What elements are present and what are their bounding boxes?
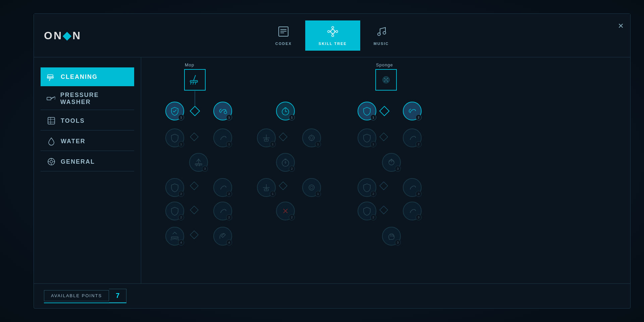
special-r6c1-badge: 4	[178, 239, 184, 246]
shield-sponge-r5-badge: 2	[370, 214, 376, 220]
svg-rect-95	[171, 237, 178, 238]
tab-skill-tree-label: SKILL TREE	[319, 42, 347, 46]
shield-node-r2c1[interactable]: 1	[165, 128, 184, 147]
spray-sponge-r1-badge: 2	[416, 114, 422, 120]
x-r5-badge: 2	[289, 214, 295, 220]
svg-line-57	[191, 82, 191, 85]
svg-line-19	[51, 97, 54, 99]
brush-node-r4[interactable]: 1	[257, 178, 276, 197]
sidebar-item-cleaning[interactable]: CLEANING	[41, 67, 134, 86]
sidebar: CLEANING PRESSURE WASHER	[34, 57, 141, 283]
svg-point-8	[332, 35, 334, 37]
shield-node-r1c1[interactable]: 1	[165, 102, 184, 120]
timer-r1-badge: 1	[289, 114, 295, 120]
skill-tree-area: Mop Sponge	[141, 57, 630, 283]
shield-node-sponge-r1[interactable]: 1	[358, 102, 376, 120]
connector-sponge-r2	[379, 132, 388, 141]
upgrade-node-r3-mid[interactable]: 2	[276, 153, 295, 172]
spray-node-r1c1[interactable]: 1	[213, 102, 232, 120]
spray-sponge-r4[interactable]: 3	[403, 178, 422, 197]
spray-node-r2c1[interactable]: 1	[213, 128, 232, 147]
svg-point-75	[310, 137, 313, 139]
svg-rect-55	[190, 80, 198, 82]
water-icon	[46, 136, 57, 147]
connector-r2-mid	[279, 132, 287, 141]
spray-node-r5c1[interactable]: 2	[213, 202, 232, 220]
points-container: AVAILABLE POINTS 7	[44, 289, 126, 303]
tab-codex-label: CODEX	[275, 42, 292, 46]
shield-sponge-r1-badge: 1	[370, 114, 376, 120]
svg-rect-80	[195, 164, 202, 165]
shield-node-r5c1[interactable]: 2	[165, 202, 184, 220]
logo-dot: ◆	[63, 30, 72, 42]
tab-codex[interactable]: CODEX	[262, 20, 305, 51]
shield-sponge-r2-badge: 1	[370, 141, 376, 147]
sidebar-item-tools[interactable]: TOOLS	[41, 111, 134, 130]
upgrade-node-r3-sponge[interactable]: 3	[382, 153, 401, 172]
svg-rect-17	[48, 75, 53, 77]
shield-sponge-r4[interactable]: 2	[358, 178, 376, 197]
sidebar-item-general[interactable]: GENERAL	[41, 152, 134, 171]
spray-r5c1-badge: 2	[226, 214, 232, 220]
spiky-node-r2[interactable]: 1	[302, 128, 321, 147]
main-content: CLEANING PRESSURE WASHER	[34, 57, 630, 283]
shield-sponge-r2[interactable]: 1	[358, 128, 376, 147]
svg-point-63	[384, 80, 385, 82]
svg-point-65	[385, 79, 387, 80]
brush-node-r2[interactable]: 1	[257, 128, 276, 147]
mop-label: Mop	[185, 62, 194, 67]
sidebar-item-water[interactable]: WATER	[41, 132, 134, 151]
spiky-node-r4[interactable]: 1	[302, 178, 321, 197]
upgrade-node-r3-mop[interactable]: 3	[189, 153, 208, 172]
tab-music[interactable]: MUSIC	[360, 20, 402, 51]
svg-line-16	[49, 78, 50, 81]
svg-rect-23	[48, 117, 55, 124]
upgrade-r3-mid-badge: 2	[289, 166, 295, 172]
svg-point-91	[309, 185, 314, 190]
upgrade-r3-mop-badge: 3	[202, 166, 208, 172]
special-node-r6c1[interactable]: 4	[165, 227, 184, 246]
shield-node-r4c1[interactable]: 2	[165, 178, 184, 197]
spray-node-r6c1[interactable]: 4	[213, 227, 232, 246]
connector-r4c1	[190, 181, 198, 190]
shield-r5c1-badge: 2	[178, 214, 184, 220]
water-label: WATER	[61, 138, 86, 145]
spray-sponge-r4-badge: 3	[416, 191, 422, 197]
spray-sponge-r5[interactable]: 3	[403, 202, 422, 220]
timer-node-r1[interactable]: 1	[276, 102, 295, 120]
svg-point-4	[331, 30, 335, 34]
svg-point-6	[336, 31, 338, 33]
shield-r2c1-badge: 1	[178, 141, 184, 147]
hand-node-sponge-r6[interactable]: 3	[382, 227, 401, 246]
general-label: GENERAL	[61, 158, 95, 165]
cleaning-icon	[46, 71, 57, 82]
hand-sponge-r6-badge: 3	[395, 239, 401, 246]
tools-label: TOOLS	[61, 117, 85, 124]
main-dialog: ON◆N CODEX	[34, 13, 631, 309]
spray-node-r4c1[interactable]: 2	[213, 178, 232, 197]
sponge-tool-frame[interactable]	[375, 69, 397, 91]
spray-r4c1-badge: 2	[226, 191, 232, 197]
sidebar-item-pressure-washer[interactable]: PRESSURE WASHER	[41, 88, 134, 110]
svg-point-5	[332, 26, 334, 29]
shield-sponge-r5[interactable]: 2	[358, 202, 376, 220]
spray-sponge-r2[interactable]: 2	[403, 128, 422, 147]
mop-tool-frame[interactable]	[184, 69, 206, 91]
spiky-r4-badge: 1	[315, 191, 321, 197]
connector-r4-mid	[279, 181, 287, 190]
svg-point-28	[50, 160, 53, 163]
brush-r2-badge: 1	[270, 141, 276, 147]
tools-icon	[46, 115, 57, 126]
spray-sponge-r2-badge: 2	[416, 141, 422, 147]
header: ON◆N CODEX	[34, 14, 630, 57]
spray-node-sponge-r1[interactable]: 2	[403, 102, 422, 120]
svg-point-62	[387, 78, 388, 79]
svg-rect-18	[47, 97, 51, 100]
x-node-r5[interactable]: 2	[276, 202, 295, 220]
tab-skill-tree[interactable]: SKILL TREE	[305, 20, 360, 51]
connector-r5c1	[190, 206, 198, 214]
svg-line-21	[54, 97, 56, 98]
connector-sponge-r1	[379, 106, 389, 116]
close-button[interactable]: ×	[618, 20, 624, 31]
tab-music-label: MUSIC	[374, 42, 389, 46]
